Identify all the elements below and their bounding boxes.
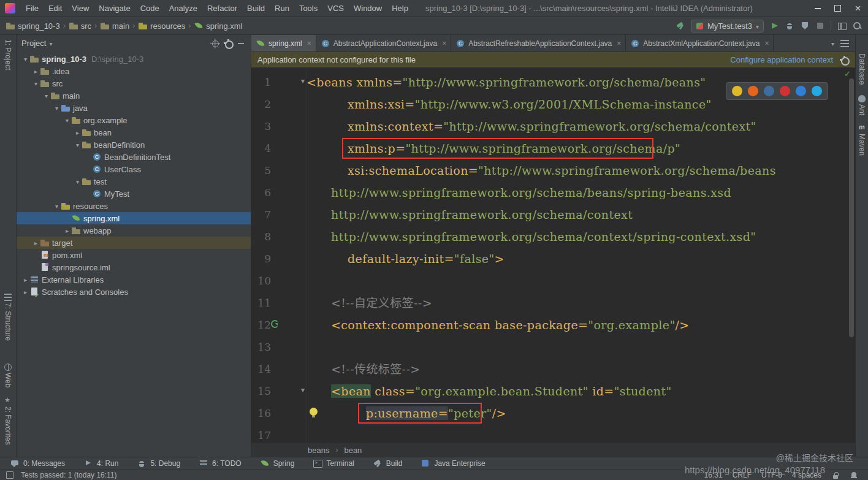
minimize-icon[interactable] — [807, 0, 828, 17]
code-editor[interactable]: 1234567891011121314151617 <beans xmlns="… — [251, 67, 855, 443]
code-line-4[interactable]: xmlns:p="http://www.springframework.org/… — [306, 137, 855, 159]
close-icon[interactable] — [848, 0, 868, 17]
code-line-7[interactable]: http://www.springframework.org/schema/co… — [306, 204, 855, 226]
toolwindow-button-build[interactable]: Build — [373, 459, 403, 468]
notifications-bell-icon[interactable] — [850, 471, 858, 479]
breadcrumb-bean[interactable]: bean — [344, 446, 362, 455]
menu-vcs[interactable]: VCS — [322, 0, 349, 17]
tab-close-icon[interactable] — [617, 39, 621, 48]
menu-help[interactable]: Help — [387, 0, 413, 17]
toolwindow-button-terminal[interactable]: Terminal — [313, 459, 354, 468]
menu-refactor[interactable]: Refactor — [202, 0, 242, 17]
menu-view[interactable]: View — [67, 0, 94, 17]
code-line-15[interactable]: <bean class="org.example.bean.Student" i… — [306, 380, 855, 402]
configure-context-link[interactable]: Configure application context — [730, 55, 833, 64]
encoding-indicator[interactable]: UTF-8 — [761, 471, 782, 479]
tree-item-bean[interactable]: bean — [17, 126, 251, 139]
toolwindow-button-1-project[interactable]: 1: Project — [0, 39, 16, 70]
tree-item-beandefinition[interactable]: beanDefinition — [17, 139, 251, 151]
toolwindow-button-database[interactable]: Database — [856, 53, 868, 85]
tree-expand-arrow[interactable] — [74, 129, 82, 136]
tree-item-src[interactable]: src — [17, 77, 251, 90]
toolwindow-button-7-structure[interactable]: 7: Structure — [0, 294, 16, 341]
toolwindow-button-2-favorites[interactable]: 2: Favorites — [0, 397, 16, 445]
tree-expand-arrow[interactable] — [53, 105, 61, 112]
code-line-3[interactable]: xmlns:context="http://www.springframewor… — [306, 115, 855, 137]
toolwindow-switcher-icon[interactable] — [5, 470, 15, 480]
search-icon[interactable] — [852, 21, 862, 31]
tree-item-beandefinitiontest[interactable]: BeanDefinitionTest — [17, 151, 251, 163]
tree-item-main[interactable]: main — [17, 90, 251, 102]
tree-item-mytest[interactable]: MyTest — [17, 188, 251, 200]
run-button[interactable] — [769, 21, 779, 31]
menu-build[interactable]: Build — [242, 0, 270, 17]
status-message[interactable]: Tests passed: 1 (today 16:11) — [21, 471, 117, 479]
menu-navigate[interactable]: Navigate — [94, 0, 135, 17]
run-config-selector[interactable]: MyTest.test3 — [691, 20, 764, 32]
tree-item-scratches-and-consoles[interactable]: Scratches and Consoles — [17, 286, 251, 298]
spring-scan-gutter-icon[interactable] — [271, 320, 279, 328]
code-line-10[interactable] — [306, 270, 855, 292]
tree-item-pom.xml[interactable]: pom.xml — [17, 249, 251, 261]
code-line-9[interactable]: default-lazy-init="false"> — [306, 248, 855, 270]
tab-spring.xml[interactable]: spring.xml — [251, 35, 316, 51]
stop-button[interactable] — [815, 21, 825, 31]
gear-icon[interactable] — [223, 39, 233, 48]
tree-expand-arrow[interactable] — [32, 240, 40, 246]
breadcrumb-item-spring.xml[interactable]: spring.xml — [193, 21, 243, 31]
tree-item-spring.xml[interactable]: spring.xml — [17, 212, 251, 224]
tab-AbstractRefreshableApplicationContext.java[interactable]: AbstractRefreshableApplicationContext.ja… — [451, 35, 626, 51]
internet-explorer-icon[interactable] — [796, 86, 806, 96]
chevron-down-icon[interactable] — [831, 39, 834, 48]
tree-item-external-libraries[interactable]: External Libraries — [17, 273, 251, 286]
debug-button[interactable] — [785, 21, 794, 31]
toolwindow-button-web[interactable]: Web — [0, 364, 16, 387]
menu-analyze[interactable]: Analyze — [164, 0, 202, 17]
fold-icon[interactable] — [301, 77, 305, 85]
maximize-icon[interactable] — [828, 0, 848, 17]
tree-expand-arrow[interactable] — [21, 289, 29, 295]
tree-item-.idea[interactable]: .idea — [17, 65, 251, 77]
tree-item-spring_10-3[interactable]: spring_10-3D:\spring_10-3 — [17, 53, 251, 65]
layout-icon[interactable] — [837, 21, 847, 31]
build-hammer-icon[interactable] — [676, 21, 685, 31]
tab-close-icon[interactable] — [764, 39, 769, 48]
tree-expand-arrow[interactable] — [42, 93, 50, 99]
tree-expand-arrow[interactable] — [21, 56, 29, 63]
tree-expand-arrow[interactable] — [21, 276, 29, 283]
tree-expand-arrow[interactable] — [74, 178, 82, 185]
code-line-8[interactable]: http://www.springframework.org/schema/co… — [306, 226, 855, 248]
toolwindow-button-ant[interactable]: Ant — [856, 95, 868, 115]
lock-icon[interactable] — [831, 471, 840, 479]
inspection-ok-icon[interactable] — [844, 69, 851, 78]
toolwindow-button-0-messages[interactable]: 0: Messages — [10, 459, 65, 468]
tree-item-java[interactable]: java — [17, 102, 251, 114]
tab-close-icon[interactable] — [307, 39, 311, 48]
chevron-down-icon[interactable] — [49, 39, 52, 48]
edge-icon[interactable] — [812, 86, 822, 96]
editor-code[interactable]: <beans xmlns="http://www.springframework… — [306, 67, 855, 443]
menu-tools[interactable]: Tools — [294, 0, 322, 17]
safari-icon[interactable] — [764, 86, 774, 96]
toolwindow-button-java-enterprise[interactable]: Java Enterprise — [421, 459, 485, 468]
menu-run[interactable]: Run — [270, 0, 294, 17]
locate-file-icon[interactable] — [210, 39, 220, 48]
tab-AbstractApplicationContext.java[interactable]: AbstractApplicationContext.java — [316, 35, 451, 51]
tree-expand-arrow[interactable] — [74, 142, 82, 148]
gear-icon[interactable] — [839, 55, 849, 65]
toolwindow-button-spring[interactable]: Spring — [260, 459, 295, 468]
firefox-icon[interactable] — [748, 86, 758, 96]
chrome-icon[interactable] — [732, 86, 742, 96]
code-line-13[interactable] — [306, 336, 855, 358]
tree-item-springsource.iml[interactable]: springsource.iml — [17, 261, 251, 273]
intention-bulb-icon[interactable] — [310, 408, 318, 416]
project-panel-title[interactable]: Project — [21, 39, 46, 48]
menu-window[interactable]: Window — [349, 0, 387, 17]
tree-item-resources[interactable]: resources — [17, 200, 251, 212]
tab-close-icon[interactable] — [442, 39, 446, 48]
tab-list-icon[interactable] — [840, 40, 849, 47]
code-line-5[interactable]: xsi:schemaLocation="http://www.springfra… — [306, 159, 855, 181]
code-line-12[interactable]: <context:component-scan base-package="or… — [306, 314, 855, 336]
toolwindow-button-maven[interactable]: Maven — [856, 124, 868, 156]
toolwindow-button-5-debug[interactable]: 5: Debug — [137, 459, 180, 468]
